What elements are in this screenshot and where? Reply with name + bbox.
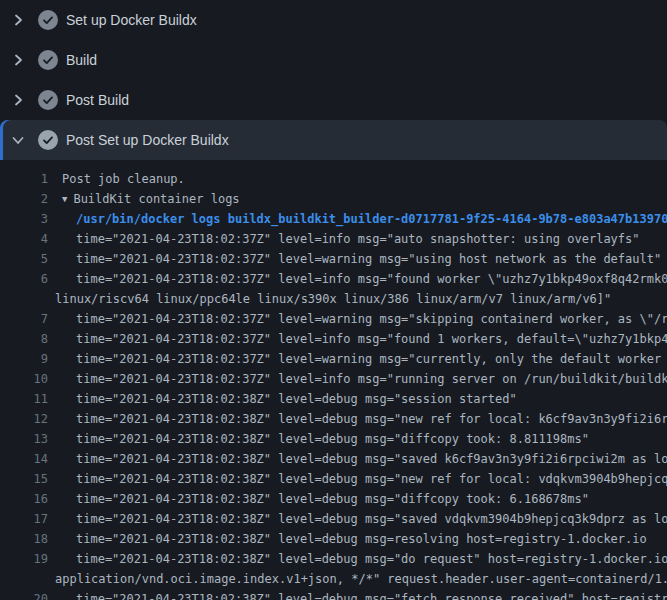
log-line-text: application/vnd.oci.image.index.v1+json,… — [48, 569, 667, 589]
log-line-text: /usr/bin/docker logs buildx_buildkit_bui… — [48, 209, 667, 229]
log-line-text: time="2021-04-23T18:02:38Z" level=debug … — [48, 489, 589, 509]
log-line-text: linux/riscv64 linux/ppc64le linux/s390x … — [48, 289, 611, 309]
chevron-right-icon — [10, 52, 26, 68]
log-line: 2 ▼BuildKit container logs — [0, 189, 667, 209]
check-circle-icon — [38, 50, 58, 70]
log-line-number[interactable]: 10 — [0, 369, 48, 389]
group-collapse-icon[interactable]: ▼ — [62, 194, 67, 204]
log-line: 19 time="2021-04-23T18:02:38Z" level=deb… — [0, 549, 667, 569]
step-label: Set up Docker Buildx — [66, 12, 197, 28]
step-header-post-build[interactable]: Post Build — [0, 80, 667, 120]
log-line-text: time="2021-04-23T18:02:38Z" level=debug … — [48, 529, 647, 549]
log-line-text: time="2021-04-23T18:02:37Z" level=warnin… — [48, 349, 667, 369]
chevron-right-icon — [10, 12, 26, 28]
step-label: Post Set up Docker Buildx — [66, 132, 229, 148]
log-line: application/vnd.oci.image.index.v1+json,… — [0, 569, 667, 589]
log-line: linux/riscv64 linux/ppc64le linux/s390x … — [0, 289, 667, 309]
log-panel: 1 Post job cleanup. 2 ▼BuildKit containe… — [0, 160, 667, 600]
chevron-down-icon — [10, 132, 26, 148]
step-header-set-up-docker-buildx[interactable]: Set up Docker Buildx — [0, 0, 667, 40]
log-line: 4 time="2021-04-23T18:02:37Z" level=info… — [0, 229, 667, 249]
log-line-number[interactable]: 12 — [0, 409, 48, 429]
log-line-text: time="2021-04-23T18:02:37Z" level=info m… — [48, 329, 667, 349]
log-line-number[interactable]: 8 — [0, 329, 48, 349]
log-line-number[interactable]: 18 — [0, 529, 48, 549]
log-line: 15 time="2021-04-23T18:02:38Z" level=deb… — [0, 469, 667, 489]
log-line-number[interactable]: 3 — [0, 209, 48, 229]
step-header-build[interactable]: Build — [0, 40, 667, 80]
log-line: 14 time="2021-04-23T18:02:38Z" level=deb… — [0, 449, 667, 469]
log-line-number[interactable]: 17 — [0, 509, 48, 529]
log-line: 18 time="2021-04-23T18:02:38Z" level=deb… — [0, 529, 667, 549]
log-line-number[interactable]: 13 — [0, 429, 48, 449]
step-header-post-set-up-docker-buildx[interactable]: Post Set up Docker Buildx — [0, 120, 667, 160]
log-line-number[interactable]: 16 — [0, 489, 48, 509]
log-line: 17 time="2021-04-23T18:02:38Z" level=deb… — [0, 509, 667, 529]
log-line: 11 time="2021-04-23T18:02:38Z" level=deb… — [0, 389, 667, 409]
log-line-number[interactable]: 19 — [0, 549, 48, 569]
log-line-number[interactable] — [0, 289, 48, 309]
log-line-text: time="2021-04-23T18:02:37Z" level=warnin… — [48, 309, 667, 329]
log-line: 1 Post job cleanup. — [0, 169, 667, 189]
log-line: 16 time="2021-04-23T18:02:38Z" level=deb… — [0, 489, 667, 509]
log-line: 3 /usr/bin/docker logs buildx_buildkit_b… — [0, 209, 667, 229]
log-line: 10 time="2021-04-23T18:02:37Z" level=inf… — [0, 369, 667, 389]
step-label: Build — [66, 52, 97, 68]
log-line-number[interactable]: 20 — [0, 589, 48, 600]
log-line-text: time="2021-04-23T18:02:37Z" level=info m… — [48, 369, 667, 389]
log-line-text: time="2021-04-23T18:02:37Z" level=warnin… — [48, 249, 661, 269]
log-line-number[interactable]: 4 — [0, 229, 48, 249]
log-line-number[interactable]: 15 — [0, 469, 48, 489]
log-line: 7 time="2021-04-23T18:02:37Z" level=warn… — [0, 309, 667, 329]
log-line-text: time="2021-04-23T18:02:38Z" level=debug … — [48, 449, 667, 469]
log-line-text: time="2021-04-23T18:02:38Z" level=debug … — [48, 389, 517, 409]
log-line-number[interactable]: 9 — [0, 349, 48, 369]
log-line-text: time="2021-04-23T18:02:38Z" level=debug … — [48, 429, 589, 449]
log-line-text: ▼BuildKit container logs — [48, 189, 240, 209]
check-circle-icon — [38, 130, 58, 150]
log-line-number[interactable]: 14 — [0, 449, 48, 469]
log-line-number[interactable]: 11 — [0, 389, 48, 409]
check-circle-icon — [38, 90, 58, 110]
steps-list: Set up Docker Buildx Build Post Build — [0, 0, 667, 160]
log-line-text: time="2021-04-23T18:02:37Z" level=info m… — [48, 229, 640, 249]
log-line: 6 time="2021-04-23T18:02:37Z" level=info… — [0, 269, 667, 289]
log-line-number[interactable]: 6 — [0, 269, 48, 289]
log-line-number[interactable]: 7 — [0, 309, 48, 329]
log-line-text: time="2021-04-23T18:02:38Z" level=debug … — [48, 469, 667, 489]
log-line: 9 time="2021-04-23T18:02:37Z" level=warn… — [0, 349, 667, 369]
log-line-number[interactable]: 5 — [0, 249, 48, 269]
log-line-text: time="2021-04-23T18:02:38Z" level=debug … — [48, 409, 667, 429]
log-line-text: Post job cleanup. — [48, 169, 185, 189]
log-line-number[interactable] — [0, 569, 48, 589]
log-line: 5 time="2021-04-23T18:02:37Z" level=warn… — [0, 249, 667, 269]
step-label: Post Build — [66, 92, 129, 108]
log-line-text: time="2021-04-23T18:02:38Z" level=debug … — [48, 549, 667, 569]
log-line-number[interactable]: 2 — [0, 189, 48, 209]
log-line-text: time="2021-04-23T18:02:37Z" level=info m… — [48, 269, 667, 289]
log-line-text: time="2021-04-23T18:02:38Z" level=debug … — [48, 509, 667, 529]
chevron-right-icon — [10, 92, 26, 108]
check-circle-icon — [38, 10, 58, 30]
log-line-text: time="2021-04-23T18:02:38Z" level=debug … — [48, 589, 667, 600]
log-line-number[interactable]: 1 — [0, 169, 48, 189]
log-line: 12 time="2021-04-23T18:02:38Z" level=deb… — [0, 409, 667, 429]
log-line: 20 time="2021-04-23T18:02:38Z" level=deb… — [0, 589, 667, 600]
log-line: 13 time="2021-04-23T18:02:38Z" level=deb… — [0, 429, 667, 449]
log-line: 8 time="2021-04-23T18:02:37Z" level=info… — [0, 329, 667, 349]
